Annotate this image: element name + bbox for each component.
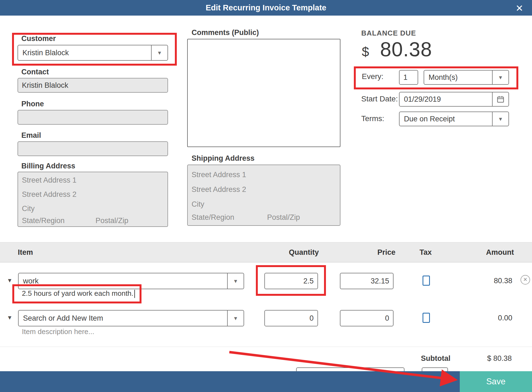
item-description-placeholder[interactable]: Item description here...: [22, 327, 94, 336]
price-input[interactable]: [340, 310, 394, 326]
phone-field: [18, 110, 168, 125]
close-icon[interactable]: ✕: [514, 3, 525, 14]
tax-checkbox[interactable]: [423, 276, 430, 286]
text-cursor: [134, 290, 135, 298]
balance-amount: 80.38: [380, 38, 432, 61]
billing-address-box: Street Address 1 Street Address 2 City S…: [18, 172, 168, 227]
line-amount: 80.38: [494, 277, 512, 285]
item-description-text: 2.5 hours of yard work each month.: [22, 289, 134, 297]
shipping-street1: Street Address 1: [192, 171, 246, 179]
start-date-value[interactable]: 01/29/2019: [400, 92, 492, 106]
price-input[interactable]: [340, 273, 394, 289]
billing-address-label: Billing Address: [21, 162, 75, 170]
balance-due-value: $ 80.38: [362, 38, 432, 61]
chevron-down-icon: ▼: [233, 279, 238, 284]
currency-symbol: $: [362, 44, 369, 59]
chevron-down-icon: ▼: [498, 116, 503, 122]
chevron-down-icon: ▼: [157, 50, 162, 55]
chevron-down-icon: ▼: [233, 316, 238, 321]
start-date-label: Start Date:: [361, 95, 398, 103]
items-table-header: Item Quantity Price Tax Amount: [0, 242, 532, 262]
line-amount: 0.00: [498, 314, 512, 322]
item-description[interactable]: 2.5 hours of yard work each month.: [22, 289, 135, 298]
billing-street1: Street Address 1: [22, 176, 77, 185]
contact-label: Contact: [21, 68, 49, 76]
new-item-placeholder[interactable]: Search or Add New Item: [19, 311, 227, 326]
terms-value[interactable]: Due on Receipt: [400, 112, 492, 126]
dialog-footer-bar: [0, 371, 532, 392]
subtotal-value: $ 80.38: [487, 354, 512, 363]
new-item-dropdown-button[interactable]: ▼: [227, 311, 244, 326]
billing-zip: Postal/Zip: [96, 217, 128, 225]
customer-combobox[interactable]: Kristin Blalock ▼: [18, 45, 168, 61]
customer-label: Customer: [21, 34, 56, 43]
every-interval-input[interactable]: [399, 70, 418, 85]
contact-field: [18, 78, 168, 93]
shipping-street2: Street Address 2: [192, 185, 246, 194]
email-label: Email: [21, 131, 41, 140]
comments-label: Comments (Public): [192, 28, 259, 37]
edit-recurring-invoice-dialog: Edit Recurring Invoice Template ✕ Custom…: [0, 0, 532, 392]
row-expand-caret-icon[interactable]: ▼: [7, 277, 13, 284]
terms-label: Terms:: [361, 114, 384, 123]
tax-checkbox[interactable]: [423, 313, 430, 323]
remove-line-icon[interactable]: ✕: [521, 275, 530, 285]
every-label: Every:: [362, 72, 383, 81]
price-column-header: Price: [377, 242, 395, 262]
email-field: [18, 141, 168, 156]
every-unit-value[interactable]: Month(s): [424, 71, 492, 84]
chevron-down-icon: ▼: [498, 75, 503, 80]
shipping-address-label: Shipping Address: [192, 154, 255, 163]
billing-street2: Street Address 2: [22, 190, 77, 199]
billing-city: City: [22, 204, 35, 213]
every-unit-select[interactable]: Month(s) ▼: [424, 70, 509, 85]
dialog-title: Edit Recurring Invoice Template: [0, 0, 532, 16]
amount-column-header: Amount: [486, 242, 514, 262]
start-date-field[interactable]: 01/29/2019: [399, 92, 509, 107]
balance-due-label: BALANCE DUE: [361, 29, 416, 37]
quantity-column-header: Quantity: [289, 242, 319, 262]
terms-select[interactable]: Due on Receipt ▼: [399, 112, 509, 126]
shipping-city: City: [192, 200, 204, 209]
row-expand-caret-icon[interactable]: ▼: [7, 314, 13, 321]
quantity-input[interactable]: [264, 273, 318, 289]
subtotal-label: Subtotal: [421, 354, 450, 363]
terms-dropdown-button[interactable]: ▼: [492, 112, 508, 126]
dialog-titlebar: Edit Recurring Invoice Template ✕: [0, 0, 532, 16]
quantity-input[interactable]: [264, 310, 318, 326]
shipping-state: State/Region: [192, 213, 234, 222]
customer-value[interactable]: Kristin Blalock: [18, 45, 151, 60]
item-column-header: Item: [18, 242, 33, 262]
tax-column-header: Tax: [420, 242, 432, 262]
item-name-combobox[interactable]: work ▼: [18, 273, 244, 289]
shipping-address-box: Street Address 1 Street Address 2 City S…: [187, 165, 340, 226]
comments-textarea[interactable]: [187, 39, 340, 147]
item-name-value[interactable]: work: [19, 273, 227, 289]
every-unit-dropdown-button[interactable]: ▼: [492, 71, 508, 84]
calendar-icon: [496, 95, 505, 103]
billing-state: State/Region: [22, 217, 65, 225]
start-date-calendar-button[interactable]: [492, 92, 508, 106]
new-item-combobox[interactable]: Search or Add New Item ▼: [18, 310, 244, 326]
subtotal-divider: [0, 347, 532, 347]
customer-dropdown-button[interactable]: ▼: [151, 45, 167, 60]
save-button[interactable]: Save: [460, 371, 532, 392]
shipping-zip: Postal/Zip: [267, 213, 300, 222]
item-dropdown-button[interactable]: ▼: [227, 273, 244, 289]
phone-label: Phone: [21, 100, 44, 108]
